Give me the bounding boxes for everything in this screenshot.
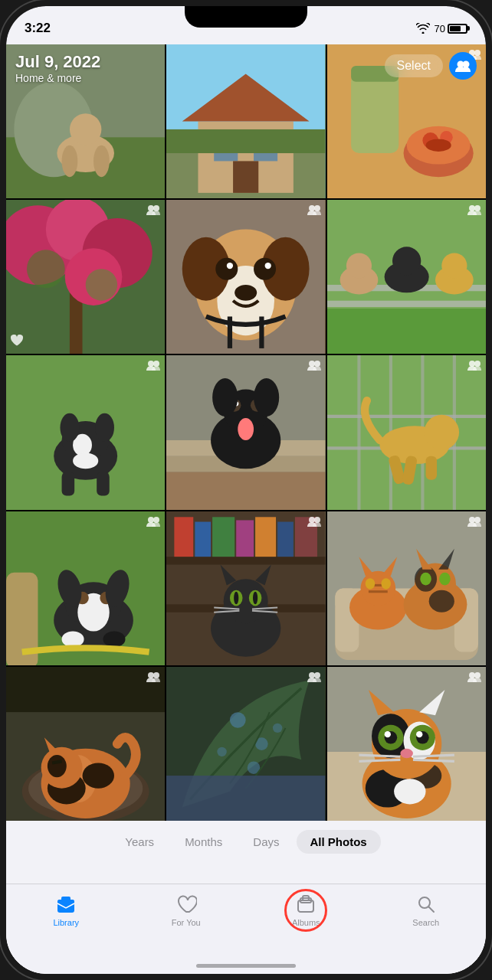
svg-point-81 <box>212 379 238 417</box>
svg-point-66 <box>60 413 79 442</box>
photo-cell-5[interactable] <box>166 200 325 354</box>
svg-point-67 <box>95 413 114 442</box>
tab-for-you-label: For You <box>172 918 201 927</box>
photo-cell-14[interactable] <box>166 667 325 821</box>
svg-point-172 <box>148 672 154 678</box>
battery-icon: 70 <box>435 23 467 34</box>
svg-point-34 <box>153 205 159 211</box>
svg-point-57 <box>469 205 475 211</box>
svg-point-207 <box>469 672 475 678</box>
svg-point-130 <box>253 591 257 604</box>
shared-album-button[interactable] <box>449 52 477 80</box>
wifi-icon <box>416 23 430 34</box>
photo-cell-7[interactable] <box>6 355 165 509</box>
photo-cell-13[interactable] <box>6 667 165 821</box>
svg-point-69 <box>153 361 159 367</box>
photo-cell-11[interactable] <box>166 511 325 665</box>
photo-header: Jul 9, 2022 Home & more Select <box>6 44 486 89</box>
svg-line-205 <box>413 755 454 756</box>
photo-cell-10[interactable] <box>6 511 165 665</box>
tab-search[interactable]: Search <box>366 893 487 927</box>
photo-location: Home & more <box>15 72 100 84</box>
tab-for-you[interactable]: For You <box>126 893 247 927</box>
shared-icon-7 <box>146 359 161 374</box>
svg-point-200 <box>400 749 413 758</box>
svg-rect-14 <box>166 129 325 153</box>
svg-point-44 <box>235 285 257 301</box>
tab-bar: Library For You <box>6 884 486 974</box>
svg-rect-161 <box>6 667 165 712</box>
svg-point-46 <box>314 205 320 211</box>
svg-rect-13 <box>233 161 258 192</box>
svg-point-31 <box>27 250 65 289</box>
status-icons: 70 <box>416 23 467 34</box>
svg-point-169 <box>48 755 67 777</box>
photo-cell-12[interactable] <box>327 511 486 665</box>
screen: Jul 9, 2022 Home & more Select <box>6 44 486 974</box>
svg-point-110 <box>148 517 154 523</box>
svg-rect-118 <box>212 517 235 557</box>
svg-rect-56 <box>327 309 486 354</box>
shared-icon-14 <box>307 671 322 686</box>
shared-icon-5 <box>307 204 322 219</box>
tab-albums[interactable]: Albums <box>246 893 366 927</box>
photo-cell-8[interactable] <box>166 355 325 509</box>
svg-rect-65 <box>97 472 110 496</box>
shared-icon-12 <box>467 515 482 531</box>
home-indicator <box>196 964 296 968</box>
svg-point-153 <box>428 590 454 612</box>
heart-icon-4 <box>10 335 24 350</box>
svg-rect-181 <box>166 776 325 821</box>
select-button[interactable]: Select <box>385 54 443 77</box>
svg-point-53 <box>392 247 421 275</box>
svg-point-104 <box>62 631 84 647</box>
photo-cell-4[interactable] <box>6 200 165 354</box>
svg-rect-73 <box>166 472 325 510</box>
svg-point-55 <box>441 253 467 279</box>
shared-icon-10 <box>146 515 161 531</box>
svg-point-143 <box>360 570 395 606</box>
svg-point-33 <box>148 205 154 211</box>
tab-years[interactable]: Years <box>111 830 168 854</box>
svg-point-148 <box>365 578 374 590</box>
svg-point-63 <box>73 453 98 469</box>
svg-point-210 <box>463 61 470 68</box>
tab-all-photos[interactable]: All Photos <box>297 830 381 854</box>
photo-cell-9[interactable] <box>327 355 486 509</box>
tab-months[interactable]: Months <box>171 830 236 854</box>
library-icon <box>55 893 77 915</box>
svg-rect-64 <box>62 472 75 496</box>
tab-library[interactable]: Library <box>6 893 126 927</box>
photo-header-right: Select <box>385 52 477 80</box>
svg-rect-116 <box>175 517 194 557</box>
svg-point-182 <box>309 672 315 678</box>
svg-point-173 <box>153 672 159 678</box>
svg-line-204 <box>359 760 400 761</box>
svg-point-43 <box>265 263 271 269</box>
bottom-area: Years Months Days All Photos <box>6 821 486 974</box>
photo-area: Jul 9, 2022 Home & more Select <box>6 44 486 821</box>
tab-days[interactable]: Days <box>239 830 293 854</box>
svg-point-199 <box>416 731 422 737</box>
shared-icon-8 <box>307 359 322 374</box>
svg-point-68 <box>148 361 154 367</box>
svg-point-180 <box>273 723 282 732</box>
svg-point-156 <box>420 572 431 585</box>
svg-point-45 <box>309 205 315 211</box>
svg-point-178 <box>218 747 227 756</box>
svg-point-98 <box>474 361 481 367</box>
svg-rect-213 <box>61 897 71 902</box>
svg-point-159 <box>474 517 481 523</box>
svg-point-51 <box>346 253 372 279</box>
photo-cell-6[interactable] <box>327 200 486 354</box>
photo-cell-15[interactable] <box>327 667 486 821</box>
photo-grid <box>6 44 486 821</box>
shared-icon-4 <box>146 204 161 219</box>
svg-point-111 <box>153 517 159 523</box>
svg-line-203 <box>359 755 400 756</box>
svg-rect-120 <box>255 517 276 557</box>
svg-point-84 <box>314 361 320 367</box>
shared-icon-15 <box>467 671 482 686</box>
svg-rect-114 <box>166 557 325 564</box>
svg-point-82 <box>254 379 279 417</box>
